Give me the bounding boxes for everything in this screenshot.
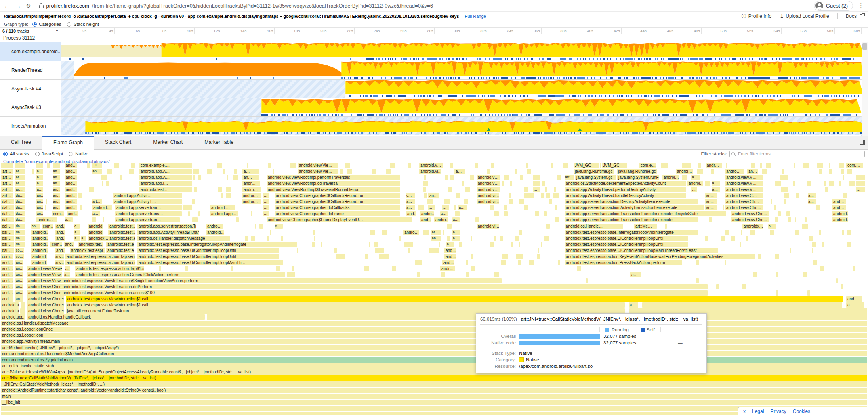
flame-frame[interactable] bbox=[447, 236, 450, 241]
flame-frame[interactable]: an… bbox=[53, 199, 60, 204]
flame-frame[interactable] bbox=[193, 175, 195, 180]
flame-frame[interactable]: a… bbox=[630, 272, 641, 277]
footer-link-legal[interactable]: Legal bbox=[752, 409, 764, 414]
flame-frame[interactable]: da… bbox=[15, 199, 25, 204]
flame-frame[interactable] bbox=[494, 236, 496, 241]
flame-frame[interactable] bbox=[475, 217, 479, 222]
flame-frame[interactable] bbox=[750, 230, 755, 235]
flame-frame[interactable]: and… bbox=[65, 175, 77, 180]
flame-frame[interactable] bbox=[731, 236, 735, 241]
flame-frame[interactable]: a… bbox=[808, 199, 816, 204]
flame-frame[interactable] bbox=[822, 242, 824, 247]
flame-frame[interactable] bbox=[1, 163, 13, 168]
flame-frame[interactable]: androidx.test.espresso.base.UiController… bbox=[565, 248, 718, 253]
flame-frame[interactable] bbox=[218, 187, 222, 192]
flame-frame[interactable] bbox=[542, 181, 545, 186]
flame-frame[interactable]: androi… bbox=[676, 169, 693, 174]
flame-frame[interactable]: andro… bbox=[725, 169, 744, 174]
flame-frame[interactable] bbox=[226, 193, 231, 198]
flame-frame[interactable]: android.app.ActivityThread.handleDestroy… bbox=[565, 193, 686, 198]
flame-frame[interactable] bbox=[159, 266, 161, 271]
flame-frame[interactable]: a… bbox=[74, 230, 80, 235]
flame-frame[interactable]: android.os.Looper.loopOnce bbox=[1, 327, 867, 332]
flame-frame[interactable] bbox=[313, 230, 315, 235]
flame-frame[interactable] bbox=[841, 169, 844, 174]
flame-frame[interactable] bbox=[726, 163, 727, 168]
flame-frame[interactable]: android.vi… bbox=[477, 199, 499, 204]
flame-frame[interactable]: an… bbox=[431, 236, 441, 241]
flame-frame[interactable] bbox=[502, 181, 504, 186]
flame-frame[interactable] bbox=[518, 260, 521, 265]
flame-frame[interactable]: and… bbox=[1, 272, 13, 277]
flame-frame[interactable] bbox=[541, 242, 542, 247]
flame-frame[interactable]: android.v… bbox=[31, 260, 47, 265]
flame-frame[interactable] bbox=[501, 260, 506, 265]
flame-frame[interactable]: an… bbox=[36, 205, 43, 210]
flame-frame[interactable]: android.app.ActivityT… bbox=[113, 199, 182, 204]
flame-frame[interactable]: android.view.Vie… bbox=[298, 163, 338, 168]
flame-frame[interactable]: … bbox=[263, 205, 269, 210]
flame-frame[interactable]: android.app.I… bbox=[139, 181, 192, 186]
flame-frame[interactable]: and… bbox=[55, 260, 64, 265]
flame-frame[interactable]: a… bbox=[74, 224, 80, 229]
flame-frame[interactable] bbox=[494, 272, 499, 277]
flame-frame[interactable] bbox=[546, 224, 550, 229]
track-label-asynctask-4[interactable]: AsyncTask #4 bbox=[0, 80, 61, 98]
flame-frame[interactable]: andro… bbox=[242, 187, 261, 192]
flame-frame[interactable] bbox=[404, 242, 413, 247]
flame-frame[interactable] bbox=[853, 266, 855, 271]
flame-frame[interactable] bbox=[471, 266, 475, 271]
flame-frame[interactable]: art… bbox=[565, 175, 574, 180]
flame-frame[interactable]: and… bbox=[846, 296, 862, 302]
tab-flame-graph[interactable]: Flame Graph bbox=[42, 136, 94, 150]
flame-frame[interactable] bbox=[334, 248, 337, 253]
flame-frame[interactable] bbox=[47, 163, 50, 168]
flame-frame[interactable]: android.app.servertransaction.ActivityTr… bbox=[565, 205, 704, 210]
flame-frame[interactable] bbox=[471, 254, 473, 259]
flame-frame[interactable]: and… bbox=[67, 211, 78, 216]
flame-frame[interactable]: a… bbox=[81, 236, 86, 241]
flame-frame[interactable] bbox=[775, 217, 778, 222]
flame-frame[interactable] bbox=[392, 266, 396, 271]
flame-frame[interactable]: dal… bbox=[1, 217, 14, 222]
flame-frame[interactable] bbox=[504, 205, 507, 210]
flame-frame[interactable] bbox=[374, 242, 378, 247]
flame-frame[interactable]: ar… bbox=[15, 175, 25, 180]
flame-frame[interactable]: JVM_GC bbox=[602, 163, 627, 168]
flame-frame[interactable] bbox=[1, 406, 867, 411]
flame-frame[interactable]: androidx.test.… bbox=[139, 187, 192, 192]
profile-info-button[interactable]: ⓘProfile Info bbox=[742, 13, 771, 20]
flame-frame[interactable] bbox=[696, 278, 699, 283]
flame-frame[interactable]: a… bbox=[452, 217, 460, 222]
flame-frame[interactable]: androidx.test.espresso.action.KeyEventAc… bbox=[565, 254, 755, 259]
flame-frame[interactable]: and… bbox=[1, 266, 13, 271]
flame-frame[interactable]: … bbox=[263, 199, 269, 204]
flame-frame[interactable] bbox=[217, 163, 222, 168]
tab-call-tree[interactable]: Call Tree bbox=[0, 136, 42, 149]
flame-frame[interactable] bbox=[370, 230, 375, 235]
flame-frame[interactable] bbox=[820, 266, 824, 271]
flame-frame[interactable] bbox=[129, 169, 134, 174]
flame-frame[interactable] bbox=[795, 230, 799, 235]
flame-frame[interactable] bbox=[1, 412, 867, 415]
flame-frame[interactable]: art::Method_invoke(_JNIEnv*, _jobject*, … bbox=[1, 345, 867, 350]
flame-frame[interactable]: androidx.test.espresso.base.UiController… bbox=[137, 254, 279, 259]
flame-frame[interactable]: an… bbox=[53, 193, 60, 198]
flame-frame[interactable]: an… bbox=[36, 199, 43, 204]
flame-frame[interactable]: androi… bbox=[242, 199, 261, 204]
flame-frame[interactable]: and… bbox=[444, 254, 456, 259]
flame-frame[interactable]: art… bbox=[92, 199, 102, 204]
flame-frame[interactable] bbox=[762, 169, 767, 174]
flame-frame[interactable]: … bbox=[691, 187, 697, 192]
flame-frame[interactable] bbox=[665, 224, 667, 229]
flame-frame[interactable]: art… bbox=[1, 181, 13, 186]
flame-frame[interactable]: com.e… bbox=[639, 163, 656, 168]
flame-frame[interactable] bbox=[101, 175, 107, 180]
flame-frame[interactable]: androidx.test.… bbox=[108, 230, 135, 235]
flame-frame[interactable] bbox=[131, 163, 135, 168]
flame-frame[interactable] bbox=[746, 236, 748, 241]
flame-frame[interactable] bbox=[444, 199, 450, 204]
flame-frame[interactable]: android.view.Choreo… bbox=[27, 284, 62, 289]
flame-frame[interactable] bbox=[586, 278, 588, 283]
flame-frame[interactable]: and… bbox=[1, 290, 13, 296]
